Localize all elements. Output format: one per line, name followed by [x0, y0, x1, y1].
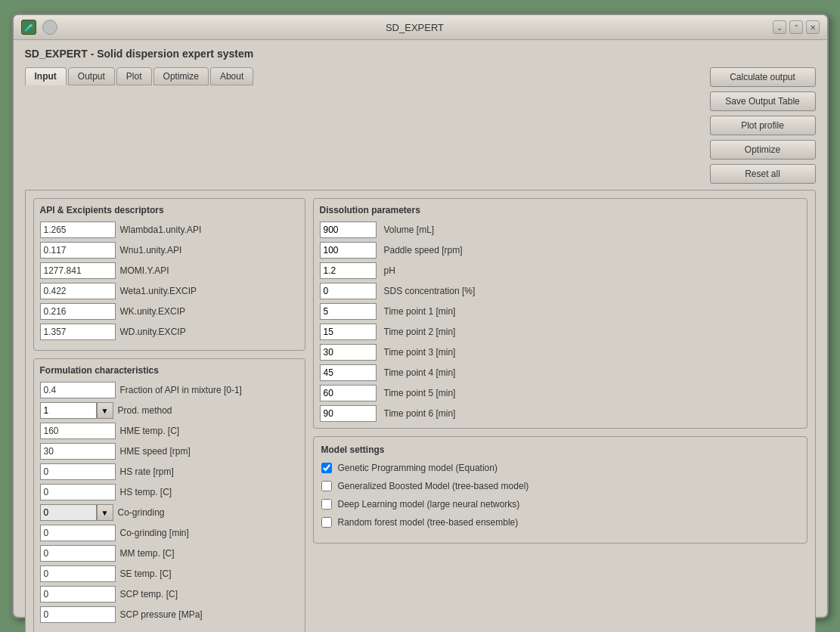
mm-temp-label: MM temp. [C]	[120, 548, 175, 559]
paddle-speed-input[interactable]	[320, 242, 377, 259]
scp-temp-label: SCP temp. [C]	[120, 589, 178, 599]
tab-input[interactable]: Input	[25, 67, 67, 85]
tab-plot[interactable]: Plot	[116, 67, 152, 85]
hs-temp-input[interactable]	[40, 484, 116, 500]
cogrinding-input[interactable]	[40, 504, 97, 521]
time2-label: Time point 2 [min]	[384, 327, 801, 337]
cogrinding-dropdown-arrow[interactable]: ▼	[97, 504, 113, 521]
field-row-scp-pressure: SCP pressure [MPa]	[40, 606, 299, 623]
field-row-cogrinding-min: Co-grinding [min]	[40, 525, 299, 541]
wnu1-input[interactable]	[40, 242, 116, 259]
tab-bar: Input Output Plot Optimize About	[25, 67, 254, 85]
cogrinding-label: Co-grinding	[118, 507, 165, 518]
model-gbm-row: Generalized Boosted Model (tree-based mo…	[321, 481, 799, 491]
formulation-title: Formulation characteristics	[40, 365, 299, 376]
scp-pressure-input[interactable]	[40, 606, 116, 623]
se-temp-input[interactable]	[40, 565, 116, 582]
model-gbm-checkbox[interactable]	[321, 481, 332, 491]
paddle-speed-label: Paddle speed [rpm]	[384, 245, 801, 256]
hs-rate-input[interactable]	[40, 463, 116, 480]
title-bar-left: 🧪	[21, 20, 57, 35]
reset-all-button[interactable]: Reset all	[710, 164, 816, 184]
prod-method-dropdown-arrow[interactable]: ▼	[97, 402, 113, 419]
time4-label: Time point 4 [min]	[384, 367, 801, 378]
ph-input[interactable]	[320, 262, 377, 279]
cogrinding-min-label: Co-grinding [min]	[120, 528, 189, 538]
field-row-wk: WK.unity.EXCIP	[40, 303, 299, 320]
model-dl-checkbox[interactable]	[321, 499, 332, 510]
close-button[interactable]: ✕	[806, 20, 820, 34]
window-body: SD_EXPERT - Solid dispersion expert syst…	[14, 40, 827, 632]
time5-input[interactable]	[320, 385, 377, 401]
api-excipients-group: API & Excipients descriptors Wlambda1.un…	[33, 198, 305, 351]
sds-label: SDS concentration [%]	[384, 286, 801, 296]
volume-label: Volume [mL]	[384, 225, 801, 235]
time1-input[interactable]	[320, 303, 377, 320]
calculate-output-button[interactable]: Calculate output	[710, 67, 816, 87]
field-row-wnu: Wnu1.unity.API	[40, 242, 299, 259]
model-settings-title: Model settings	[321, 445, 799, 455]
tab-output[interactable]: Output	[68, 67, 115, 85]
model-gp-label: Genetic Programming model (Equation)	[338, 463, 497, 473]
right-panel: Dissolution parameters Volume [mL] Paddl…	[313, 198, 807, 632]
weta1-label: Weta1.unity.EXCIP	[120, 286, 197, 296]
save-output-table-button[interactable]: Save Output Table	[710, 91, 816, 111]
prod-method-input[interactable]	[40, 402, 97, 419]
hme-speed-input[interactable]	[40, 443, 116, 460]
momi-input[interactable]	[40, 262, 116, 279]
time6-input[interactable]	[320, 405, 377, 422]
field-row-fraction: Fraction of API in mixture [0-1]	[40, 382, 299, 398]
field-row-prod-method: ▼ Prod. method	[40, 402, 299, 419]
model-settings-group: Model settings Genetic Programming model…	[313, 436, 807, 544]
hme-temp-input[interactable]	[40, 423, 116, 439]
fraction-input[interactable]	[40, 382, 116, 398]
model-rf-row: Random forest model (tree-based ensemble…	[321, 517, 799, 528]
tabs-and-buttons: Input Output Plot Optimize About Calcula…	[25, 67, 816, 184]
wk-input[interactable]	[40, 303, 116, 320]
field-row-mm-temp: MM temp. [C]	[40, 545, 299, 562]
dissolution-grid: Volume [mL] Paddle speed [rpm] pH SDS co…	[320, 222, 801, 422]
cogrinding-min-input[interactable]	[40, 525, 116, 541]
model-dl-label: Deep Learning model (large neural networ…	[338, 499, 520, 510]
app-icon: 🧪	[21, 20, 36, 35]
window-controls: ⌄ ⌃ ✕	[773, 20, 820, 34]
field-row-scp-temp: SCP temp. [C]	[40, 586, 299, 603]
cogrinding-dropdown-container: ▼	[40, 504, 113, 521]
wlambda1-input[interactable]	[40, 222, 116, 238]
minimize-button[interactable]: ⌄	[773, 20, 786, 34]
model-rf-label: Random forest model (tree-based ensemble…	[338, 517, 519, 528]
field-row-hme-speed: HME speed [rpm]	[40, 443, 299, 460]
model-gp-checkbox[interactable]	[321, 463, 332, 473]
time4-input[interactable]	[320, 364, 377, 381]
app-icon2	[42, 20, 57, 35]
tab-optimize[interactable]: Optimize	[153, 67, 209, 85]
tab-about[interactable]: About	[210, 67, 253, 85]
wd-input[interactable]	[40, 324, 116, 340]
field-row-se-temp: SE temp. [C]	[40, 565, 299, 582]
maximize-button[interactable]: ⌃	[789, 20, 803, 34]
sds-input[interactable]	[320, 283, 377, 299]
left-panel: API & Excipients descriptors Wlambda1.un…	[33, 198, 305, 632]
weta1-input[interactable]	[40, 283, 116, 299]
time3-label: Time point 3 [min]	[384, 347, 801, 358]
main-content: API & Excipients descriptors Wlambda1.un…	[25, 190, 816, 632]
scp-temp-input[interactable]	[40, 586, 116, 603]
model-dl-row: Deep Learning model (large neural networ…	[321, 499, 799, 510]
dissolution-title: Dissolution parameters	[320, 205, 801, 215]
ph-label: pH	[384, 265, 801, 276]
momi-label: MOMI.Y.API	[120, 265, 169, 276]
hs-temp-label: HS temp. [C]	[120, 487, 172, 497]
optimize-button[interactable]: Optimize	[710, 140, 816, 160]
time2-input[interactable]	[320, 324, 377, 340]
time3-input[interactable]	[320, 344, 377, 361]
hs-rate-label: HS rate [rpm]	[120, 466, 174, 477]
mm-temp-input[interactable]	[40, 545, 116, 562]
volume-input[interactable]	[320, 222, 377, 238]
model-rf-checkbox[interactable]	[321, 517, 332, 528]
plot-profile-button[interactable]: Plot profile	[710, 116, 816, 135]
wlambda1-label: Wlambda1.unity.API	[120, 225, 202, 235]
field-row-hs-rate: HS rate [rpm]	[40, 463, 299, 480]
wnu1-label: Wnu1.unity.API	[120, 245, 182, 256]
prod-method-label: Prod. method	[118, 405, 172, 416]
window-title: SD_EXPERT	[57, 22, 773, 33]
